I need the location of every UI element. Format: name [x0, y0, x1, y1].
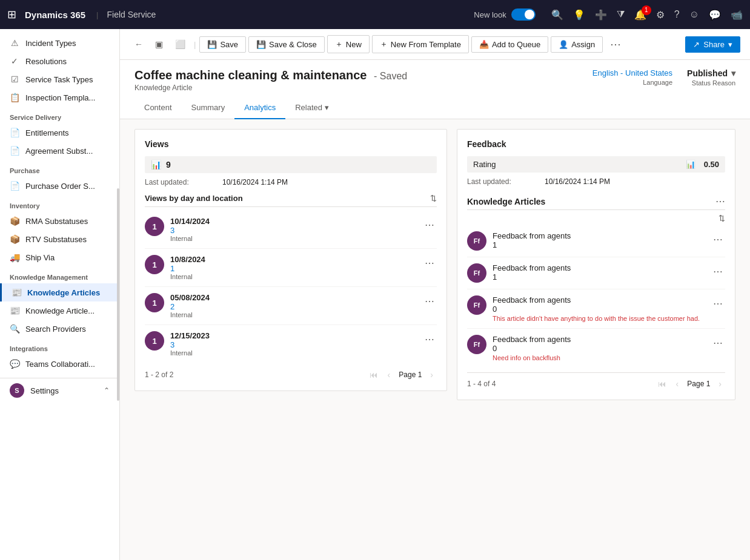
views-prev-page-button[interactable]: ‹ — [384, 369, 394, 381]
rating-value: 0.50 — [704, 160, 719, 169]
views-next-page-button[interactable]: › — [426, 369, 437, 381]
search-icon[interactable]: 🔍 — [551, 9, 563, 21]
ka-item-title: Feedback from agents — [493, 263, 705, 272]
sidebar-item-resolutions[interactable]: ✓ Resolutions — [0, 52, 119, 70]
more-commands-button[interactable]: ⋯ — [605, 34, 626, 54]
views-list-item: 1 05/08/2024 2 Internal ⋯ — [145, 287, 437, 325]
ka-item-title: Feedback from agents — [493, 231, 705, 240]
ka-item-count: 0 — [493, 305, 705, 314]
new-look-toggle[interactable] — [511, 8, 536, 21]
ka-pagination: 1 - 4 of 4 ⏮ ‹ Page 1 › — [467, 372, 725, 390]
ka-sort-icon[interactable]: ⇅ — [718, 214, 725, 223]
ka-item-more-icon[interactable]: ⋯ — [711, 231, 725, 248]
settings-item[interactable]: S Settings ⌃ — [0, 378, 119, 403]
filter-icon[interactable]: ⧩ — [617, 9, 625, 20]
save-button[interactable]: 💾 Save — [199, 36, 246, 53]
ka-item-more-icon[interactable]: ⋯ — [711, 263, 725, 280]
views-item-more-icon[interactable]: ⋯ — [422, 331, 437, 348]
ka-item-more-icon[interactable]: ⋯ — [711, 335, 725, 351]
ka-item-info: Feedback from agents 1 — [493, 231, 705, 249]
tab-content[interactable]: Content — [134, 97, 182, 119]
ka-next-page-button[interactable]: › — [715, 378, 725, 390]
back-button[interactable]: ← — [130, 36, 148, 53]
views-item-more-icon[interactable]: ⋯ — [422, 293, 437, 309]
ka-more-icon[interactable]: ⋯ — [715, 196, 725, 207]
new-from-template-button[interactable]: ＋ New From Template — [372, 35, 469, 53]
sidebar-item-service-task-types[interactable]: ☑ Service Task Types — [0, 70, 119, 88]
status-chevron-icon[interactable]: ▾ — [731, 68, 735, 78]
newspaper-icon: 📰 — [12, 288, 21, 297]
views-item-date: 10/14/2024 — [170, 217, 416, 226]
ka-item-note: Need info on backflush — [493, 354, 705, 361]
tab-related[interactable]: Related ▾ — [285, 97, 339, 119]
service-delivery-section-label: Service Delivery — [0, 107, 119, 124]
smiley-icon[interactable]: ☺ — [689, 9, 699, 20]
views-item-more-icon[interactable]: ⋯ — [422, 255, 437, 271]
brand-name[interactable]: Dynamics 365 — [25, 10, 85, 20]
article-header: Coffee machine cleaning & maintenance - … — [120, 60, 750, 92]
share-icon: ↗ — [693, 40, 700, 49]
views-item-more-icon[interactable]: ⋯ — [422, 217, 437, 233]
video-icon[interactable]: 📹 — [731, 9, 743, 21]
views-sort-icon[interactable]: ⇅ — [430, 194, 437, 203]
sidebar-item-teams-collaborati[interactable]: 💬 Teams Collaborati... — [0, 355, 119, 373]
chat-icon[interactable]: 💬 — [709, 9, 721, 21]
settings-chevron-icon: ⌃ — [104, 386, 110, 395]
feedback-card: Feedback Rating 📊 0.50 Last updated: 10/… — [457, 129, 735, 400]
lightbulb-icon[interactable]: 💡 — [573, 9, 585, 21]
sidebar-item-search-providers[interactable]: 🔍 Search Providers — [0, 320, 119, 338]
sidebar-item-ship-via[interactable]: 🚚 Ship Via — [0, 248, 119, 266]
module-name[interactable]: Field Service — [107, 10, 156, 19]
notification-icon[interactable]: 🔔 1 — [634, 9, 646, 21]
sidebar-item-entitlements[interactable]: 📄 Entitlements — [0, 124, 119, 142]
sidebar-item-knowledge-article-t[interactable]: 📰 Knowledge Article... — [0, 301, 119, 320]
views-item-date: 05/08/2024 — [170, 293, 416, 302]
ka-item-more-icon[interactable]: ⋯ — [711, 295, 725, 312]
language-value[interactable]: English - United States — [592, 68, 672, 77]
article-title: Coffee machine cleaning & maintenance — [134, 68, 367, 82]
purchase-section-label: Purchase — [0, 160, 119, 177]
view-icon-button[interactable]: ▣ — [150, 36, 168, 53]
ka-pagination-controls: ⏮ ‹ Page 1 › — [654, 378, 725, 390]
help-icon[interactable]: ? — [674, 9, 680, 20]
sidebar-item-rma-substatuses[interactable]: 📦 RMA Substatuses — [0, 212, 119, 230]
views-card: Views 📊 9 Last updated: 10/16/2024 1:14 … — [134, 129, 447, 391]
ka-prev-page-button[interactable]: ‹ — [672, 378, 683, 390]
sidebar-item-rtv-substatuses[interactable]: 📦 RTV Substatuses — [0, 230, 119, 248]
new-button[interactable]: ＋ New — [327, 35, 370, 53]
sidebar-item-label: Agreement Subst... — [25, 147, 93, 156]
share-label: Share — [703, 40, 725, 49]
ka-item-note: This article didn't have anything to do … — [493, 315, 705, 322]
assign-button[interactable]: 👤 Assign — [551, 36, 603, 53]
ka-item-avatar: Ff — [467, 335, 486, 354]
settings-icon[interactable]: ⚙ — [656, 9, 665, 21]
expand-icon-button[interactable]: ⬜ — [170, 36, 190, 53]
app-grid-icon[interactable]: ⊞ — [7, 8, 16, 21]
tab-summary[interactable]: Summary — [182, 97, 235, 119]
tab-analytics[interactable]: Analytics — [234, 97, 285, 119]
doc-icon: 📄 — [10, 181, 19, 191]
top-nav-icons: 🔍 💡 ➕ ⧩ 🔔 1 ⚙ ? ☺ 💬 📹 — [551, 9, 743, 21]
sidebar-item-label: Knowledge Articles — [27, 288, 100, 297]
rating-row: Rating 📊 0.50 — [467, 156, 725, 173]
plus-icon[interactable]: ➕ — [595, 9, 607, 21]
views-first-page-button[interactable]: ⏮ — [366, 369, 382, 381]
share-button[interactable]: ↗ Share ▾ — [685, 36, 740, 53]
ka-first-page-button[interactable]: ⏮ — [654, 378, 670, 390]
sidebar-item-inspection-templates[interactable]: 📋 Inspection Templa... — [0, 88, 119, 107]
views-page-label: Page 1 — [399, 371, 422, 379]
views-badge: 1 — [145, 293, 164, 312]
sidebar-item-incident-types[interactable]: ⚠ Incident Types — [0, 34, 119, 52]
newspaper-icon: 📰 — [10, 306, 19, 315]
new-plus-icon: ＋ — [335, 39, 343, 50]
left-panel: Views 📊 9 Last updated: 10/16/2024 1:14 … — [134, 129, 447, 550]
sidebar-item-purchase-order-s[interactable]: 📄 Purchase Order S... — [0, 177, 119, 195]
sidebar-item-knowledge-articles[interactable]: 📰 Knowledge Articles — [0, 283, 119, 301]
box-icon: 📦 — [10, 216, 19, 226]
scrollbar[interactable] — [117, 188, 119, 401]
sidebar-item-agreement-subst[interactable]: 📄 Agreement Subst... — [0, 142, 119, 160]
views-item-count: 3 — [170, 226, 416, 235]
add-to-queue-button[interactable]: 📥 Add to Queue — [471, 36, 548, 53]
analytics-content: Views 📊 9 Last updated: 10/16/2024 1:14 … — [120, 119, 750, 560]
save-close-button[interactable]: 💾 Save & Close — [248, 36, 325, 53]
